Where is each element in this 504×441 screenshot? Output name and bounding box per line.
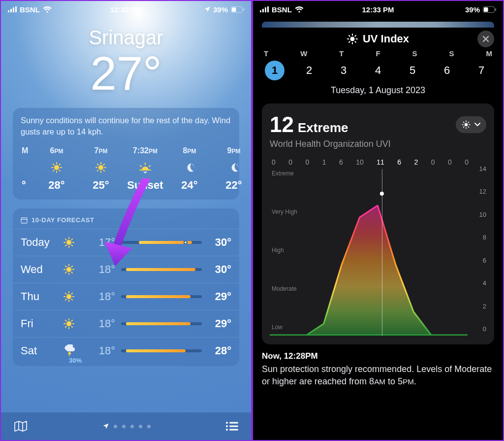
hour-temp: Sunset — [123, 179, 167, 192]
svg-rect-81 — [484, 7, 488, 12]
weekday-letter: T — [264, 49, 268, 58]
svg-rect-82 — [495, 8, 496, 11]
hour-time: 6PM — [34, 146, 79, 155]
battery-icon — [483, 6, 496, 13]
x-tick: 0 — [305, 158, 309, 166]
wifi-icon — [43, 6, 52, 13]
location-icon — [204, 6, 210, 12]
moon-icon — [212, 160, 252, 175]
high-temp: 29° — [208, 317, 231, 330]
sun-icon — [63, 264, 88, 275]
svg-line-57 — [65, 293, 66, 294]
x-tick: 0 — [272, 158, 276, 166]
conditions-card[interactable]: Sunny conditions will continue for the r… — [13, 108, 239, 200]
status-bar: BSNL 12:33 PM 39% — [1, 1, 251, 18]
x-tick: 1 — [322, 158, 326, 166]
date-cell[interactable]: 3 — [332, 64, 355, 77]
svg-line-50 — [71, 266, 72, 267]
hour-slot[interactable]: 7:32PMSunset — [123, 146, 167, 192]
x-tick: 0 — [431, 158, 435, 166]
hour-slot[interactable]: 7PM25° — [79, 146, 123, 192]
status-bar: BSNL 12:33 PM 39% — [253, 1, 503, 18]
city-name: Srinagar — [1, 27, 251, 49]
svg-line-68 — [71, 320, 72, 321]
y-tick: 10 — [470, 211, 486, 218]
svg-line-58 — [71, 299, 72, 300]
y-tick: 12 — [470, 188, 486, 195]
svg-point-74 — [226, 429, 228, 431]
svg-line-14 — [59, 164, 60, 165]
svg-point-61 — [66, 321, 71, 326]
svg-line-69 — [65, 326, 66, 327]
svg-line-51 — [65, 272, 66, 273]
carrier-label: BSNL — [20, 5, 40, 14]
date-cell[interactable]: 7 — [470, 64, 493, 77]
date-cell[interactable]: 4 — [366, 64, 390, 77]
close-button[interactable] — [477, 31, 494, 47]
svg-rect-1 — [10, 9, 12, 12]
x-tick: 10 — [356, 158, 364, 166]
uv-advice: Sun protection strongly recommended. Lev… — [262, 363, 494, 388]
band-label: Low — [272, 324, 297, 331]
temp-range-bar — [121, 322, 202, 325]
hour-slot[interactable]: 6PM28° — [34, 146, 79, 192]
hour-time: 7PM — [79, 146, 123, 155]
svg-point-52 — [66, 294, 71, 299]
svg-point-92 — [465, 123, 468, 127]
sun-icon — [347, 34, 358, 44]
svg-line-39 — [65, 239, 66, 240]
date-selector[interactable]: 1234567 — [263, 61, 493, 80]
svg-line-15 — [53, 170, 54, 171]
date-cell[interactable]: 6 — [435, 64, 459, 77]
x-tick: 0 — [288, 158, 292, 166]
map-icon[interactable] — [14, 420, 28, 432]
hourly-forecast[interactable]: M°6PM28°7PM25°7:32PMSunset8PM24°9PM22° — [13, 143, 239, 200]
condition-summary: Sunny conditions will continue for the r… — [13, 108, 239, 143]
hour-time: 9PM — [212, 146, 252, 155]
date-cell[interactable]: 2 — [297, 64, 321, 77]
uv-card: 12 Extreme World Health Organization UVI… — [262, 103, 494, 344]
hour-time: 7:32PM — [123, 146, 167, 155]
y-tick: 8 — [470, 234, 486, 241]
ten-day-card[interactable]: 10-DAY FORECAST Today17°30°Wed18°30°Thu1… — [13, 208, 239, 366]
svg-line-22 — [103, 170, 104, 171]
carrier-label: BSNL — [272, 5, 292, 14]
uv-chart: 00016101162000 14121086420 ExtremeVery H… — [270, 158, 486, 336]
weekday-row: TWTFSSM — [264, 49, 492, 58]
forecast-row[interactable]: Fri18°29° — [13, 310, 239, 337]
y-tick: 6 — [470, 257, 486, 264]
forecast-row[interactable]: Sat30%18°28° — [13, 337, 239, 364]
list-icon[interactable] — [225, 421, 238, 431]
sun-icon — [63, 318, 88, 330]
chevron-down-icon — [474, 123, 480, 127]
battery-icon — [231, 6, 244, 13]
y-tick: 4 — [470, 279, 486, 287]
svg-point-16 — [98, 165, 103, 170]
hour-slot[interactable]: 8PM24° — [167, 146, 212, 192]
phone-uv: BSNL 12:33 PM 39% UV Index T — [252, 0, 504, 441]
weekday-letter: F — [376, 49, 380, 58]
page-indicator[interactable] — [103, 423, 151, 429]
forecast-row[interactable]: Today17°30° — [13, 229, 239, 256]
uv-now-label: Now, 12:28PM — [262, 351, 494, 361]
date-cell[interactable]: 1 — [263, 61, 286, 80]
hour-slot[interactable]: 9PM22° — [212, 146, 252, 192]
x-tick: 11 — [377, 158, 384, 166]
date-cell[interactable]: 5 — [401, 64, 424, 77]
hour-slot[interactable]: M° — [15, 146, 34, 192]
status-time: 12:33 PM — [362, 5, 394, 14]
signal-icon — [260, 6, 269, 12]
svg-line-59 — [71, 293, 72, 294]
forecast-row[interactable]: Wed18°30° — [13, 256, 239, 283]
svg-line-48 — [65, 266, 66, 267]
high-temp: 28° — [208, 344, 231, 357]
hour-temp: 22° — [212, 179, 252, 192]
svg-line-12 — [53, 164, 54, 165]
svg-line-66 — [65, 320, 66, 321]
uv-mode-pill[interactable] — [456, 116, 486, 133]
hour-temp: 24° — [167, 179, 212, 192]
x-tick: 6 — [397, 158, 401, 166]
forecast-row[interactable]: Thu18°29° — [13, 283, 239, 310]
svg-line-67 — [71, 326, 72, 327]
band-label: Extreme — [272, 170, 297, 177]
